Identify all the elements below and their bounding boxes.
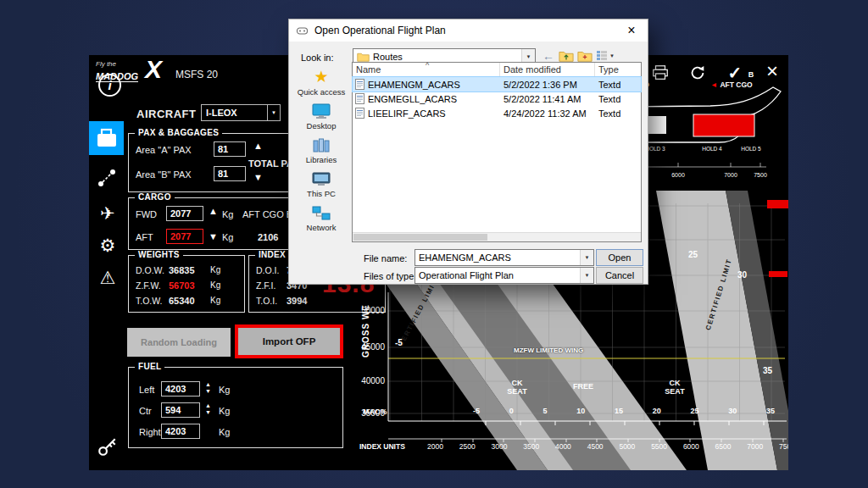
pax-a-value: 81 bbox=[218, 144, 228, 154]
aircraft-select[interactable]: I-LEOX ▼ bbox=[201, 104, 281, 121]
aft-cgo-bay-value: 2106 bbox=[258, 232, 278, 242]
import-ofp-label: Import OFP bbox=[263, 336, 316, 347]
cargo-aft-down-arrow[interactable]: ▼ bbox=[209, 232, 218, 241]
place-label: Libraries bbox=[306, 155, 337, 164]
zfw-value: 56703 bbox=[169, 280, 195, 291]
zfw-unit: Kg bbox=[210, 280, 220, 290]
file-row-selected[interactable]: EHAMENGM_ACARS 5/2/2022 1:36 PM Textd bbox=[353, 77, 641, 92]
fuel-left-input[interactable]: 4203 bbox=[161, 381, 200, 396]
scrollbar-thumb[interactable] bbox=[353, 234, 487, 241]
baggage-icon bbox=[94, 126, 120, 150]
mac-tick: 15 bbox=[615, 407, 623, 415]
info-tab[interactable]: i bbox=[98, 74, 121, 97]
cargo-aft-input[interactable]: 2077 bbox=[166, 229, 203, 244]
dialog-close-button[interactable]: × bbox=[615, 19, 648, 42]
fuel-ctr-spinner[interactable]: ▲▼ bbox=[205, 402, 211, 415]
pax-b-down-arrow[interactable]: ▼ bbox=[253, 173, 263, 182]
index-tick: 4500 bbox=[587, 442, 604, 451]
mac-tick: 30 bbox=[728, 407, 737, 415]
index-tick: 5500 bbox=[651, 442, 667, 451]
place-desktop[interactable]: Desktop bbox=[294, 103, 348, 130]
aft-hold-fill bbox=[693, 114, 754, 136]
place-this-pc[interactable]: This PC bbox=[294, 171, 348, 198]
down-arrow-icon: ▼ bbox=[205, 409, 211, 415]
license-tab[interactable] bbox=[96, 435, 120, 458]
plane-icon: ✈ bbox=[100, 203, 115, 224]
cancel-button-label: Cancel bbox=[605, 270, 634, 280]
cancel-button[interactable]: Cancel bbox=[596, 267, 643, 284]
index-axis-caption: INDEX UNITS bbox=[359, 442, 405, 451]
alerts-tab[interactable]: ⚠ bbox=[97, 267, 119, 289]
view-menu-button[interactable]: ▼ bbox=[596, 50, 615, 61]
place-quick-access[interactable]: ★ Quick access bbox=[294, 69, 348, 97]
file-row[interactable]: ENGMEGLL_ACARS 5/2/2022 11:41 AM Textd bbox=[353, 92, 641, 106]
window-title: MSFS 20 bbox=[175, 69, 218, 80]
dropdown-icon: ▼ bbox=[267, 105, 280, 120]
file-name-input[interactable]: EHAMENGM_ACARS ▼ bbox=[415, 249, 594, 266]
files-of-type-select[interactable]: Operational Flight Plan ▼ bbox=[415, 267, 594, 284]
fuel-right-unit: Kg bbox=[219, 427, 230, 437]
down-arrow-icon: ▼ bbox=[205, 388, 211, 394]
network-icon bbox=[311, 205, 331, 221]
cargo-aft-value: 2077 bbox=[170, 231, 191, 241]
pax-b-input[interactable]: 81 bbox=[214, 166, 246, 181]
place-libraries[interactable]: Libraries bbox=[294, 137, 348, 164]
index-tick: 5000 bbox=[619, 442, 635, 451]
fuel-group-title: FUEL bbox=[135, 362, 164, 371]
settings-tab[interactable]: ⚙ bbox=[97, 235, 119, 257]
load-tab-active[interactable] bbox=[89, 121, 124, 155]
mac-tick: 10 bbox=[576, 407, 585, 415]
file-type: Textd bbox=[595, 80, 636, 90]
file-type: Textd bbox=[595, 94, 636, 104]
dialog-titlebar[interactable]: Open Operational Flight Plan × bbox=[289, 19, 648, 42]
open-button[interactable]: Open bbox=[596, 249, 643, 266]
weights-group: WEIGHTS D.O.W. 36835 Kg Z.F.W. 56703 Kg … bbox=[128, 255, 245, 313]
hold5-label: HOLD 5 bbox=[741, 146, 761, 152]
import-ofp-button[interactable]: Import OFP bbox=[235, 324, 343, 358]
pax-a-input[interactable]: 81 bbox=[214, 141, 246, 157]
random-loading-button[interactable]: Random Loading bbox=[127, 328, 231, 357]
index-tick: 7000 bbox=[747, 442, 763, 451]
mac-tick: 35 bbox=[766, 407, 775, 415]
pax-a-up-arrow[interactable]: ▲ bbox=[253, 141, 263, 151]
horizontal-scrollbar[interactable] bbox=[353, 232, 641, 241]
cargo-fwd-up-arrow[interactable]: ▲ bbox=[209, 207, 218, 216]
fuel-ctr-unit: Kg bbox=[219, 406, 230, 416]
file-date: 5/2/2022 1:36 PM bbox=[500, 80, 595, 90]
places-bar: ★ Quick access Desktop Libraries bbox=[294, 69, 348, 239]
doi-label: D.O.I. bbox=[256, 265, 279, 275]
file-date: 4/24/2022 11:32 AM bbox=[500, 108, 595, 119]
dialog-title: Open Operational Flight Plan bbox=[314, 25, 446, 36]
mac-tick-row: -505101520253035 bbox=[473, 407, 775, 415]
column-header-type[interactable]: Type bbox=[595, 63, 636, 76]
cargo-aft-unit: Kg bbox=[222, 232, 233, 242]
this-pc-icon bbox=[311, 171, 331, 187]
aft-cgo-label: AFT CGO bbox=[720, 80, 753, 89]
mac-tick: 20 bbox=[653, 407, 661, 415]
index-tick: 2000 bbox=[427, 442, 443, 451]
back-button[interactable]: ← bbox=[542, 49, 554, 63]
fuel-right-input[interactable]: 4203 bbox=[161, 424, 200, 439]
fuel-ctr-input[interactable]: 594 bbox=[161, 402, 200, 418]
curve-label-minus5: -5 bbox=[395, 338, 403, 347]
place-network[interactable]: Network bbox=[294, 205, 348, 232]
column-header-date[interactable]: Date modified bbox=[500, 63, 595, 76]
place-label: This PC bbox=[307, 189, 336, 198]
index-tick: 3000 bbox=[491, 442, 507, 451]
gear-icon: ⚙ bbox=[100, 236, 116, 256]
dropdown-icon: ▼ bbox=[580, 250, 593, 265]
flight-tab[interactable]: ✈ bbox=[97, 202, 119, 225]
cargo-fwd-input[interactable]: 2077 bbox=[166, 206, 203, 221]
svg-text:◄AFT CGO: ◄AFT CGO bbox=[710, 80, 753, 89]
fuel-left-spinner[interactable]: ▲▼ bbox=[205, 381, 211, 394]
files-of-type-value: Operational Flight Plan bbox=[415, 270, 514, 280]
fuel-right-value: 4203 bbox=[165, 426, 186, 436]
sort-asc-icon: ^ bbox=[426, 61, 429, 69]
libraries-icon bbox=[311, 137, 331, 153]
route-tab[interactable] bbox=[96, 167, 118, 189]
fuel-right-label: Right bbox=[139, 427, 161, 437]
file-row[interactable]: LIEELIRF_ACARS 4/24/2022 11:32 AM Textd bbox=[353, 106, 641, 120]
fuel-left-unit: Kg bbox=[219, 385, 230, 395]
fuel-group: FUEL Left 4203 ▲▼ Kg Ctr 594 ▲▼ Kg Right… bbox=[128, 367, 343, 448]
up-folder-icon bbox=[559, 49, 574, 63]
